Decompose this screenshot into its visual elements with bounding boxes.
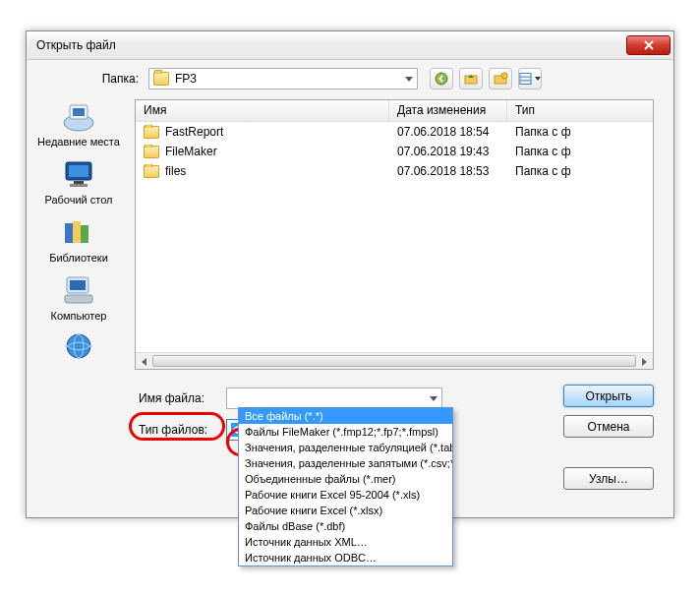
folder-combo[interactable]: FP3: [148, 68, 418, 89]
column-header-name[interactable]: Имя: [136, 100, 389, 121]
scroll-thumb[interactable]: [152, 355, 636, 367]
horizontal-scrollbar[interactable]: [136, 352, 653, 369]
column-header-type[interactable]: Тип: [507, 100, 653, 121]
chevron-down-icon: [405, 77, 413, 82]
chevron-down-icon: [535, 77, 541, 81]
sidebar-item-recent[interactable]: Недавние места: [34, 99, 123, 148]
folder-label: Папка:: [97, 72, 139, 86]
scroll-right-arrow[interactable]: [636, 353, 653, 370]
svg-rect-12: [74, 181, 84, 184]
filename-label: Имя файла:: [135, 391, 226, 405]
close-button[interactable]: [626, 35, 671, 55]
filetype-option[interactable]: Рабочие книги Excel 95-2004 (*.xls): [239, 487, 452, 503]
svg-point-3: [501, 73, 507, 79]
filename-input[interactable]: [226, 387, 442, 409]
svg-rect-15: [73, 221, 81, 243]
file-type: Папка с ф: [507, 164, 653, 178]
network-icon: [60, 331, 97, 365]
desktop-icon: [60, 157, 97, 191]
sidebar-item-label: Компьютер: [51, 310, 107, 322]
file-type: Папка с ф: [507, 125, 653, 139]
recent-places-icon: [60, 99, 97, 133]
svg-point-20: [67, 334, 90, 358]
close-icon: [643, 39, 655, 51]
file-name: files: [165, 164, 186, 178]
column-header-date[interactable]: Дата изменения: [389, 100, 507, 121]
filetype-option[interactable]: Значения, разделенные табуляцией (*.tab;…: [239, 440, 452, 455]
svg-rect-18: [70, 280, 86, 290]
svg-rect-9: [73, 108, 85, 116]
sidebar-item-computer[interactable]: Компьютер: [34, 273, 123, 322]
new-folder-button[interactable]: [489, 68, 512, 89]
chevron-down-icon: [430, 396, 438, 401]
file-date: 07.06.2018 18:54: [389, 125, 507, 139]
up-button[interactable]: [459, 68, 483, 89]
file-name: FastReport: [165, 125, 223, 139]
file-date: 07.06.2018 18:53: [389, 164, 507, 178]
file-list: Имя Дата изменения Тип FastReport07.06.2…: [135, 99, 654, 370]
svg-rect-16: [81, 225, 88, 243]
folder-icon: [144, 146, 159, 158]
sidebar-item-desktop[interactable]: Рабочий стол: [34, 157, 123, 206]
sidebar-item-label: Недавние места: [37, 136, 120, 148]
back-icon: [434, 71, 449, 87]
filetype-option[interactable]: Файлы dBase (*.dbf): [239, 518, 452, 534]
filetype-option[interactable]: Значения, разделенные запятыми (*.csv;*.…: [239, 455, 452, 471]
computer-icon: [60, 273, 97, 307]
scroll-left-arrow[interactable]: [136, 353, 152, 370]
titlebar[interactable]: Открыть файл: [27, 31, 673, 60]
libraries-icon: [60, 215, 97, 249]
hosts-button[interactable]: Узлы…: [563, 467, 654, 490]
open-button[interactable]: Открыть: [563, 385, 654, 407]
file-row[interactable]: FileMaker07.06.2018 19:43Папка с ф: [136, 142, 653, 161]
file-date: 07.06.2018 19:43: [389, 145, 507, 158]
sidebar-item-label: Рабочий стол: [44, 194, 112, 206]
filetype-option[interactable]: Источник данных XML…: [239, 534, 452, 550]
dialog-title: Открыть файл: [36, 38, 116, 52]
file-type: Папка с ф: [507, 145, 653, 158]
nav-toolbar: [430, 68, 542, 89]
places-sidebar: Недавние места Рабочий стол Библиотеки К…: [34, 99, 123, 368]
filetype-option[interactable]: Объединенные файлы (*.mer): [239, 471, 452, 487]
view-button[interactable]: [518, 68, 542, 89]
filetype-label: Тип файлов:: [135, 423, 226, 437]
file-row[interactable]: FastReport07.06.2018 18:54Папка с ф: [136, 122, 653, 142]
view-icon: [519, 72, 532, 86]
svg-rect-4: [520, 73, 531, 84]
svg-point-0: [436, 73, 447, 85]
folder-icon: [144, 165, 159, 178]
sidebar-item-libraries[interactable]: Библиотеки: [34, 215, 123, 264]
file-list-header[interactable]: Имя Дата изменения Тип: [136, 100, 653, 122]
folder-icon: [153, 72, 169, 86]
svg-rect-13: [70, 184, 88, 187]
back-button[interactable]: [430, 68, 453, 89]
filetype-option[interactable]: Все файлы (*.*): [239, 408, 452, 424]
up-folder-icon: [463, 71, 479, 87]
new-folder-icon: [493, 71, 508, 87]
sidebar-item-network[interactable]: [34, 331, 123, 368]
filetype-option[interactable]: Источник данных ODBC…: [239, 550, 452, 565]
cancel-button[interactable]: Отмена: [563, 415, 654, 438]
filetype-option[interactable]: Файлы FileMaker (*.fmp12;*.fp7;*.fmpsl): [239, 424, 452, 440]
file-name: FileMaker: [165, 145, 217, 158]
file-row[interactable]: files07.06.2018 18:53Папка с ф: [136, 161, 653, 181]
svg-rect-19: [65, 295, 92, 303]
folder-value: FP3: [175, 72, 197, 86]
svg-rect-11: [69, 165, 88, 177]
filetype-dropdown[interactable]: Все файлы (*.*)Файлы FileMaker (*.fmp12;…: [238, 407, 453, 566]
filetype-option[interactable]: Рабочие книги Excel (*.xlsx): [239, 503, 452, 518]
folder-icon: [144, 126, 159, 139]
svg-rect-14: [65, 223, 73, 243]
sidebar-item-label: Библиотеки: [49, 252, 108, 264]
